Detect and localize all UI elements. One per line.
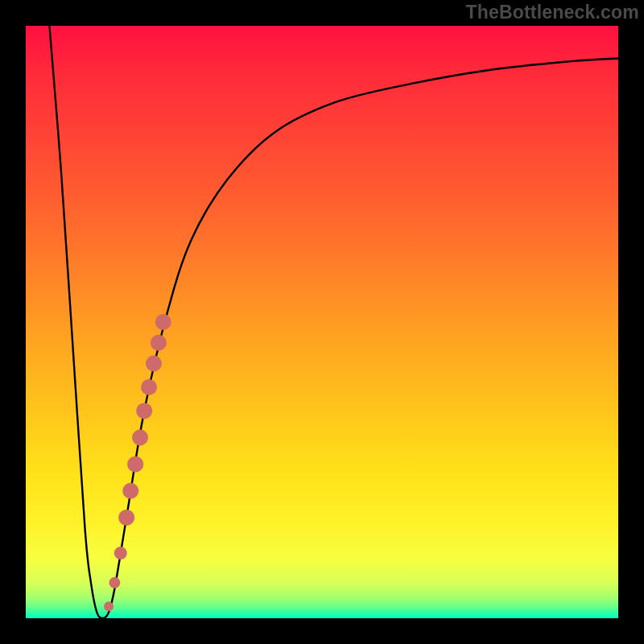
data-marker — [104, 601, 114, 611]
data-marker — [136, 402, 152, 419]
data-marker — [127, 456, 143, 473]
marker-group — [104, 314, 171, 611]
data-marker — [151, 335, 167, 351]
data-marker — [122, 483, 138, 499]
chart-frame: TheBottleneck.com — [0, 0, 644, 644]
data-marker — [141, 379, 157, 395]
bottleneck-curve — [49, 26, 618, 618]
data-marker — [132, 430, 148, 446]
chart-svg — [26, 26, 618, 618]
data-marker — [118, 510, 134, 526]
data-marker — [146, 356, 162, 372]
data-marker — [109, 577, 120, 588]
watermark-text: TheBottleneck.com — [465, 2, 639, 23]
data-marker — [114, 547, 127, 559]
data-marker — [155, 314, 171, 330]
plot-area — [26, 26, 618, 618]
